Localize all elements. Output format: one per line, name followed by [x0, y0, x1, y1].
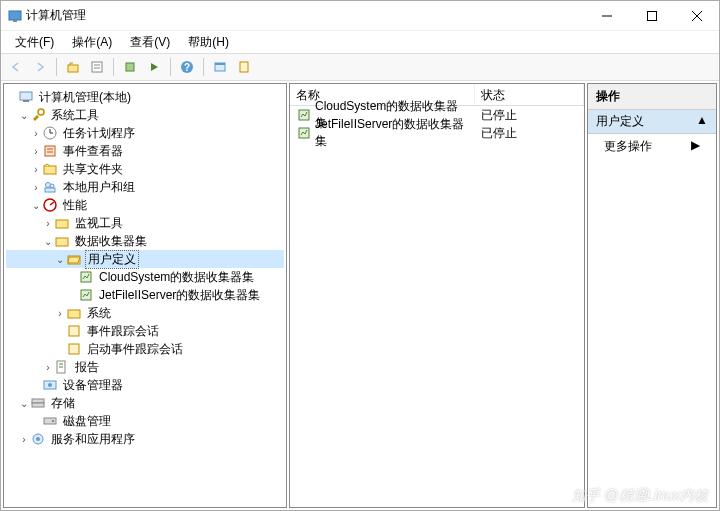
actions-panel: 操作 用户定义 ▲ 更多操作 ▶ — [587, 83, 717, 508]
svg-rect-17 — [23, 100, 29, 102]
window-title: 计算机管理 — [26, 7, 584, 24]
tree-services[interactable]: › 服务和应用程序 — [6, 430, 284, 448]
action-context[interactable]: 用户定义 ▲ — [588, 110, 716, 134]
back-button[interactable] — [5, 56, 27, 78]
svg-rect-0 — [9, 11, 21, 20]
action-more[interactable]: 更多操作 ▶ — [588, 134, 716, 159]
svg-rect-16 — [20, 92, 32, 100]
export-button[interactable] — [119, 56, 141, 78]
tree-eventtrace[interactable]: 事件跟踪会话 — [6, 322, 284, 340]
tools-icon — [30, 107, 46, 123]
new-button[interactable] — [233, 56, 255, 78]
tree-dcs-cloud[interactable]: CloudSystem的数据收集器集 — [6, 268, 284, 286]
up-button[interactable] — [62, 56, 84, 78]
tree-monitortools[interactable]: › 监视工具 — [6, 214, 284, 232]
tree-scheduler[interactable]: › 任务计划程序 — [6, 124, 284, 142]
tree-root[interactable]: 计算机管理(本地) — [6, 88, 284, 106]
svg-rect-3 — [647, 11, 656, 20]
close-button[interactable] — [674, 1, 719, 31]
maximize-button[interactable] — [629, 1, 674, 31]
tree-panel: 计算机管理(本地) ⌄ 系统工具 › 任务计划程序 › 事件查看器 — [3, 83, 287, 508]
reports-icon — [54, 359, 70, 375]
svg-rect-1 — [13, 20, 17, 22]
window-button[interactable] — [209, 56, 231, 78]
device-icon — [42, 377, 58, 393]
svg-rect-10 — [126, 63, 134, 71]
tree-userdefined[interactable]: ⌄ 用户定义 — [6, 250, 284, 268]
chevron-right-icon[interactable]: › — [30, 146, 42, 157]
svg-rect-22 — [45, 146, 55, 156]
svg-rect-31 — [56, 220, 68, 228]
svg-rect-6 — [68, 65, 78, 72]
help-button[interactable]: ? — [176, 56, 198, 78]
properties-button[interactable] — [86, 56, 108, 78]
svg-rect-36 — [68, 310, 80, 318]
chevron-right-icon[interactable]: › — [30, 182, 42, 193]
svg-point-43 — [48, 383, 52, 387]
minimize-button[interactable] — [584, 1, 629, 31]
chevron-right-icon[interactable]: › — [42, 362, 54, 373]
svg-rect-32 — [56, 238, 68, 246]
chevron-right-icon[interactable]: › — [30, 128, 42, 139]
svg-rect-45 — [32, 403, 44, 407]
chevron-down-icon[interactable]: ⌄ — [42, 236, 54, 247]
tree-storage[interactable]: ⌄ 存储 — [6, 394, 284, 412]
services-icon — [30, 431, 46, 447]
tree-reports[interactable]: › 报告 — [6, 358, 284, 376]
chevron-down-icon[interactable]: ⌄ — [18, 110, 30, 121]
clock-icon — [42, 125, 58, 141]
svg-point-47 — [52, 420, 54, 422]
dcs-icon — [78, 269, 94, 285]
svg-rect-28 — [45, 188, 55, 192]
computer-icon — [18, 89, 34, 105]
folder-share-icon — [42, 161, 58, 177]
users-icon — [42, 179, 58, 195]
tree-diskmgr[interactable]: 磁盘管理 — [6, 412, 284, 430]
performance-icon — [42, 197, 58, 213]
menu-view[interactable]: 查看(V) — [122, 32, 178, 53]
menu-action[interactable]: 操作(A) — [64, 32, 120, 53]
tree-systools[interactable]: ⌄ 系统工具 — [6, 106, 284, 124]
tree-eventviewer[interactable]: › 事件查看器 — [6, 142, 284, 160]
submenu-icon: ▶ — [691, 138, 700, 155]
folder-icon — [54, 233, 70, 249]
chevron-down-icon[interactable]: ⌄ — [54, 254, 66, 265]
tree-startupevent[interactable]: 启动事件跟踪会话 — [6, 340, 284, 358]
chevron-right-icon[interactable]: › — [30, 164, 42, 175]
tree-devmgr[interactable]: 设备管理器 — [6, 376, 284, 394]
svg-rect-46 — [44, 418, 56, 424]
window-titlebar: 计算机管理 — [1, 1, 719, 31]
folder-open-icon — [66, 251, 82, 267]
main-area: 计算机管理(本地) ⌄ 系统工具 › 任务计划程序 › 事件查看器 — [1, 81, 719, 510]
chevron-down-icon[interactable]: ⌄ — [18, 398, 30, 409]
session-icon — [66, 341, 82, 357]
menu-file[interactable]: 文件(F) — [7, 32, 62, 53]
svg-rect-37 — [69, 326, 79, 336]
tree-dcs-jetfile[interactable]: JetFileIIServer的数据收集器集 — [6, 286, 284, 304]
svg-point-27 — [50, 184, 54, 188]
col-status[interactable]: 状态 — [475, 84, 584, 105]
chevron-right-icon[interactable]: › — [18, 434, 30, 445]
menu-help[interactable]: 帮助(H) — [180, 32, 237, 53]
eventviewer-icon — [42, 143, 58, 159]
tree-dcs[interactable]: ⌄ 数据收集器集 — [6, 232, 284, 250]
tree-localusers[interactable]: › 本地用户和组 — [6, 178, 284, 196]
chevron-right-icon[interactable]: › — [54, 308, 66, 319]
run-button[interactable] — [143, 56, 165, 78]
tree-performance[interactable]: ⌄ 性能 — [6, 196, 284, 214]
dcs-icon — [296, 125, 312, 141]
chevron-down-icon[interactable]: ⌄ — [30, 200, 42, 211]
toolbar: ? — [1, 53, 719, 81]
disk-icon — [42, 413, 58, 429]
folder-icon — [66, 305, 82, 321]
folder-icon — [54, 215, 70, 231]
svg-point-49 — [36, 437, 40, 441]
chevron-right-icon[interactable]: › — [42, 218, 54, 229]
session-icon — [66, 323, 82, 339]
forward-button[interactable] — [29, 56, 51, 78]
app-icon — [7, 8, 23, 24]
nav-tree[interactable]: 计算机管理(本地) ⌄ 系统工具 › 任务计划程序 › 事件查看器 — [4, 84, 286, 452]
tree-dcs-system[interactable]: › 系统 — [6, 304, 284, 322]
tree-sharedfolders[interactable]: › 共享文件夹 — [6, 160, 284, 178]
list-row[interactable]: JetFileIIServer的数据收集器集 已停止 — [290, 124, 584, 142]
